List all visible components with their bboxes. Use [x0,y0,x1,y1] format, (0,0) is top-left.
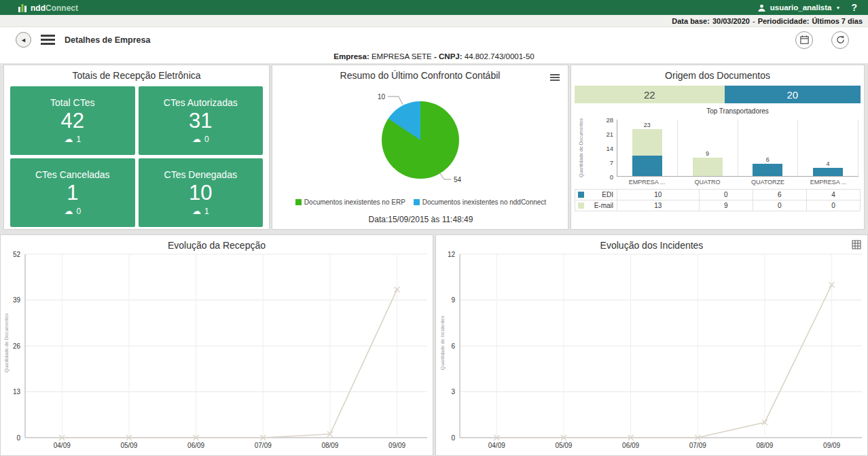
point-marker [762,420,767,425]
company-label: Empresa: [333,52,369,60]
recepcao-y-axis-label: Quantidade de Documentos [4,299,9,387]
x-tick-label: 08/09 [321,442,338,449]
tt-bar [813,168,843,176]
cloud-icon: ☁ [64,207,73,215]
tt-bar-slot: 9 [678,120,738,176]
legend-item-nddconnect[interactable]: Documentos inexistentes no nddConnect [414,198,546,206]
point-marker [126,435,132,440]
point-marker [829,282,835,287]
tt-table-value: 6 [753,190,806,200]
tt-data-table: EDI10064E-mail13900 [575,189,861,211]
confronto-pie [382,101,459,179]
y-tick-label: 52 [13,251,21,258]
kpi-cloud: ☁0 [192,135,209,144]
tt-table-value: 10 [617,190,700,200]
tt-bar-slot: 4 [798,120,858,176]
x-tick-label: 09/09 [823,442,840,449]
refresh-icon [835,35,846,45]
cloud-icon: ☁ [64,135,73,143]
y-tick-label: 39 [13,296,21,304]
kpi-value: 10 [189,181,212,205]
tt-bar-total-label: 9 [706,150,709,157]
x-tick-label: 04/09 [54,442,71,449]
x-tick-label: 09/09 [388,442,405,449]
tt-bar-segment-edi [753,164,782,176]
origem-title: Origem dos Documentos [571,65,864,81]
panel-origem-documentos: Origem dos Documentos 22 20 Top Transpor… [571,65,865,230]
cloud-icon: ☁ [192,135,201,143]
brand-text-connect: Connect [46,3,78,13]
user-icon [757,3,766,12]
cloud-icon: ☁ [192,207,201,215]
tt-bar [632,129,662,176]
brand-text-ndd: ndd [31,3,46,13]
point-marker [194,435,199,440]
table-view-button[interactable] [852,240,861,251]
tt-y-tick-label: 21 [597,130,613,138]
kpi-value: 42 [61,109,84,133]
kpi-label: CTes Denegadas [164,169,237,180]
series-name: EDI [587,191,615,198]
incidentes-title: Evolução dos Incidentes [436,235,867,251]
stacked-segment-value: 20 [786,89,798,101]
x-tick-label: 04/09 [488,442,505,449]
header: ◄ Detalhes de Empresa [0,27,868,52]
kpi-card-ctes-denegadas: CTes Denegadas 10 ☁1 [139,158,264,227]
y-tick-label: 6 [451,343,455,350]
tt-bar-chart: 23964 [617,120,858,177]
kpi-label: Total CTes [50,97,94,108]
calendar-icon [799,35,810,45]
page-title: Detalhes de Empresa [65,35,150,45]
recepcao-title: Evolução da Recepção [1,235,433,251]
stacked-segment-email: 22 [575,86,725,103]
x-tick-label: 05/09 [555,442,572,449]
grid-table-icon [852,240,861,249]
chevron-down-icon: ▼ [836,5,841,10]
tt-bar-slot: 6 [738,120,799,176]
kpi-value: 1 [67,181,78,205]
back-button[interactable]: ◄ [16,32,31,48]
infobar: Data base: 30/03/2020 - Periodicidade: Ú… [0,15,868,27]
point-marker [59,435,65,440]
tt-x-label: QUATRO [677,179,738,186]
y-tick-label: 26 [13,343,21,350]
panel-confronto-contabil: Resumo do Último Confronto Contábil 10 5… [272,65,568,230]
user-menu[interactable]: usuario_analista ▼ [757,3,841,12]
point-marker [494,435,499,440]
hamburger-menu-button[interactable] [41,33,55,47]
kpi-cloud-count: 1 [204,207,209,216]
tt-bar-segment-e-mail [632,129,662,156]
calendar-button[interactable] [795,31,813,49]
y-tick-label: 13 [13,388,21,396]
tt-x-labels: EMPRESA ...QUATROQUATORZEEMPRESA ... [617,179,858,186]
y-tick-label: 0 [16,434,20,442]
company-dash: - [434,52,437,60]
point-marker [829,282,835,287]
stacked-segment-edi: 20 [725,86,861,103]
y-tick-label: 3 [451,388,455,396]
series-swatch [578,203,584,209]
point-marker [59,435,65,440]
point-marker [327,432,333,437]
refresh-button[interactable] [831,31,849,49]
infobar-separator: - [753,17,755,25]
tt-bar [753,164,782,176]
point-marker [561,435,566,440]
series-line [496,285,831,438]
incidentes-line-chart: 03691204/0905/0906/0907/0908/0909/09 [436,235,867,455]
legend-item-erp[interactable]: Documentos inexistentes no ERP [295,198,405,206]
point-marker [494,435,499,440]
panel-evolucao-incidentes: Evolução dos Incidentes Quantidade de In… [435,234,868,456]
kpi-label: CTes Autorizadas [164,97,238,108]
brand: nddConnect [18,1,78,14]
kpi-card-ctes-canceladas: CTes Canceladas 1 ☁0 [10,158,135,227]
chart-menu-icon[interactable] [550,73,560,82]
kpi-cloud: ☁1 [192,207,209,216]
recepcao-line-chart: 01326395204/0905/0906/0907/0908/0909/09 [1,235,433,455]
tt-table-value: 0 [753,200,806,211]
x-tick-label: 07/09 [255,442,272,449]
point-marker [561,435,566,440]
help-button[interactable]: ? [851,2,860,13]
point-marker [126,435,132,440]
company-name: EMPRESA SETE [372,52,432,60]
